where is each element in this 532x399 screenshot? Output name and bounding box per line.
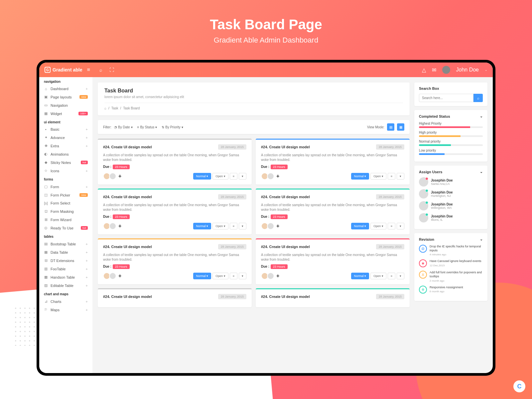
nav-item[interactable]: ⊟DT Extensions+	[39, 256, 92, 265]
revision-item[interactable]: AAdd full font overrides for popovers an…	[419, 271, 483, 282]
nav-item[interactable]: ✦Advance+	[39, 133, 92, 142]
nav-item[interactable]: ◐Animations	[39, 150, 92, 158]
user-row[interactable]: Josephin DoeHuntington, NJ	[419, 189, 483, 199]
nav-item[interactable]: ◆Sticky Noteshot	[39, 158, 92, 167]
revision-item[interactable]: ⊕Responsive Asssignment6 month ago	[419, 286, 483, 294]
options-button[interactable]: ▾	[397, 273, 404, 279]
more-button[interactable]: ≡	[230, 173, 237, 180]
nav-item[interactable]: ⌂Dashboard+	[39, 85, 92, 93]
options-button[interactable]: ▾	[239, 223, 246, 229]
status-dropdown[interactable]: Open ▾	[370, 173, 386, 180]
nav-icon: ▦	[44, 111, 48, 116]
nav-item[interactable]: ▣Page layoutsnew	[39, 93, 92, 101]
nav-item[interactable]: ◎Ready To Usehot	[39, 224, 92, 232]
nav-label: Dashboard	[51, 87, 83, 91]
priority-dropdown[interactable]: Normal ▾	[351, 173, 369, 180]
status-dropdown[interactable]: Open ▾	[370, 223, 386, 229]
task-desc: A collection of textile samples lay spre…	[261, 203, 404, 212]
user-avatar[interactable]	[442, 66, 450, 74]
avatar[interactable]	[267, 222, 274, 230]
revision-date: 6 month ago	[430, 290, 463, 293]
nav-item[interactable]: [s]Form Select	[39, 199, 92, 207]
avatar[interactable]	[109, 272, 116, 280]
user-row[interactable]: Josephin DoeIllions, IL	[419, 213, 483, 222]
more-button[interactable]: ≡	[230, 223, 237, 229]
nav-item[interactable]: ☆Icons+	[39, 167, 92, 175]
page-title: Task Board	[104, 88, 403, 94]
priority-dropdown[interactable]: Normal ▾	[193, 173, 211, 180]
nav-item[interactable]: ▨Editable Table+	[39, 281, 92, 290]
task-title: #24. Create UI design model	[103, 195, 152, 199]
add-user-button[interactable]: +	[276, 273, 279, 279]
view-grid-button[interactable]: ▦	[397, 123, 404, 131]
priority-dropdown[interactable]: Normal ▾	[193, 273, 211, 279]
user-location: Willingston, WA	[431, 206, 453, 209]
filter-by-priority[interactable]: ⇅ By Priority ▾	[162, 125, 183, 129]
priority-dropdown[interactable]: Normal ▾	[351, 223, 369, 229]
revision-title: Revision	[419, 237, 434, 241]
nav-item[interactable]: ▥FooTable+	[39, 265, 92, 273]
nav-item[interactable]: ▤Bootstrap Table+	[39, 240, 92, 248]
more-button[interactable]: ≡	[388, 223, 395, 229]
nav-item[interactable]: ▦Widget100+	[39, 109, 92, 118]
nav-label: Animations	[51, 152, 88, 156]
home-icon[interactable]: ⌂	[104, 106, 106, 110]
options-button[interactable]: ▾	[397, 173, 404, 180]
status-dropdown[interactable]: Open ▾	[212, 173, 228, 180]
priority-dropdown[interactable]: Normal ▾	[351, 273, 369, 279]
user-name[interactable]: John Doe	[456, 67, 479, 73]
options-button[interactable]: ▾	[239, 273, 246, 279]
search-icon[interactable]: ⌕	[99, 67, 102, 72]
more-button[interactable]: ≡	[388, 273, 395, 279]
add-user-button[interactable]: +	[276, 223, 279, 229]
crumb-task[interactable]: Task	[111, 106, 118, 110]
add-user-button[interactable]: +	[118, 223, 121, 229]
chevron-down-icon[interactable]: ⌄	[480, 114, 483, 118]
bell-icon[interactable]: △	[422, 67, 426, 73]
chevron-down-icon[interactable]: ⌄	[485, 68, 487, 71]
nav-item[interactable]: ▢Form+	[39, 183, 92, 191]
fullscreen-icon[interactable]: ⛶	[109, 67, 114, 72]
search-button[interactable]: ⌕	[473, 94, 483, 102]
nav-item[interactable]: ▦Data Table+	[39, 248, 92, 256]
avatar[interactable]	[267, 173, 274, 180]
status-dropdown[interactable]: Open ▾	[370, 273, 386, 279]
brand-logo[interactable]: G Gradient able	[45, 67, 82, 73]
nav-item[interactable]: ❀Extra+	[39, 142, 92, 150]
revision-item[interactable]: ✱Have Carousel ignore keyboard events12 …	[419, 259, 483, 267]
options-button[interactable]: ▾	[239, 173, 246, 180]
nav-item[interactable]: ⊞Form Wizard	[39, 215, 92, 224]
user-row[interactable]: Josephin DoeWillingston, WA	[419, 201, 483, 210]
task-due: Due :23 Hours	[103, 265, 246, 268]
avatar[interactable]	[267, 272, 274, 280]
chevron-down-icon[interactable]: ⌄	[480, 170, 483, 174]
filter-by-date[interactable]: ◔ By Date ▾	[114, 125, 133, 129]
user-row[interactable]: Josephin DoeSanta Ana,CA	[419, 177, 483, 187]
revision-item[interactable]: ⦿Drop the IE specific hacks for temporal…	[419, 245, 483, 256]
add-user-button[interactable]: +	[118, 173, 121, 179]
add-user-button[interactable]: +	[118, 273, 121, 279]
priority-dropdown[interactable]: Normal ▾	[193, 223, 211, 229]
nav-item[interactable]: ⚐Maps+	[39, 306, 92, 314]
nav-item[interactable]: ◫Form Pickernew	[39, 191, 92, 199]
task-desc: A collection of textile samples lay spre…	[103, 253, 246, 262]
avatar[interactable]	[109, 173, 116, 180]
menu-icon[interactable]: ≡	[87, 67, 90, 73]
nav-item[interactable]: ⊡Form Masking	[39, 207, 92, 215]
chat-icon[interactable]: ✉	[432, 67, 436, 73]
search-input[interactable]	[419, 94, 473, 102]
view-list-button[interactable]: ▤	[387, 123, 394, 131]
status-dropdown[interactable]: Open ▾	[212, 223, 228, 229]
more-button[interactable]: ≡	[230, 273, 237, 279]
filter-by-status[interactable]: ≡ By Status ▾	[137, 125, 157, 129]
status-dropdown[interactable]: Open ▾	[212, 273, 228, 279]
add-user-button[interactable]: +	[276, 173, 279, 179]
avatar[interactable]	[109, 222, 116, 230]
more-button[interactable]: ≡	[388, 173, 395, 180]
nav-item[interactable]: ⊿Charts+	[39, 297, 92, 306]
options-button[interactable]: ▾	[397, 223, 404, 229]
chevron-down-icon[interactable]: ⌄	[480, 237, 483, 241]
nav-item[interactable]: ▭Navigation	[39, 101, 92, 109]
nav-item[interactable]: ▪Basic+	[39, 125, 92, 133]
nav-item[interactable]: ▩Handson Table+	[39, 273, 92, 281]
